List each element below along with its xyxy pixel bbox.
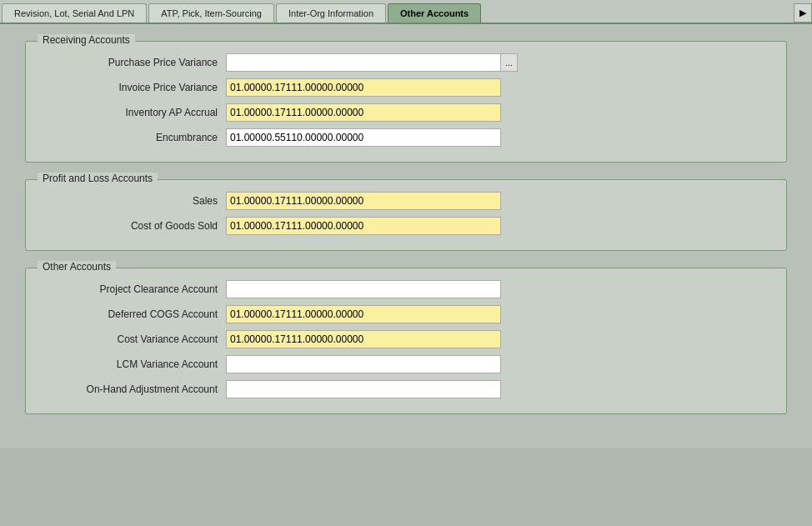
tab-bar: Revision, Lot, Serial And LPNATP, Pick, … — [0, 0, 812, 24]
field-wrap — [226, 355, 501, 373]
form-row: On-Hand Adjustment Account — [43, 380, 769, 398]
field-wrap — [226, 128, 501, 147]
field-label: Project Clearance Account — [43, 283, 226, 295]
form-row: Deferred COGS Account — [43, 305, 769, 323]
tab-atp-pick-item-sourcing[interactable]: ATP, Pick, Item-Sourcing — [148, 3, 274, 23]
field-label: Sales — [43, 195, 226, 207]
section-other-accounts: Other AccountsProject Clearance AccountD… — [25, 268, 787, 414]
field-label: Encumbrance — [43, 132, 226, 143]
tab-revision-lot-serial-and-lpn[interactable]: Revision, Lot, Serial And LPN — [2, 3, 147, 23]
main-content: Receiving AccountsPurchase Price Varianc… — [0, 24, 812, 448]
form-row: Purchase Price Variance... — [43, 53, 769, 72]
field-input-inventory-ap-accrual[interactable] — [226, 103, 501, 122]
form-row: Inventory AP Accrual — [43, 103, 769, 122]
field-input-on-hand-adjustment-account[interactable] — [226, 380, 501, 398]
field-label: Purchase Price Variance — [43, 57, 226, 68]
field-input-project-clearance-account[interactable] — [226, 280, 501, 298]
form-row: Encumbrance — [43, 128, 769, 147]
field-input-cost-of-goods-sold[interactable] — [226, 217, 501, 235]
field-wrap — [226, 280, 501, 298]
field-input-deferred-cogs-account[interactable] — [226, 305, 501, 323]
section-title: Profit and Loss Accounts — [38, 173, 158, 184]
browse-button[interactable]: ... — [501, 53, 518, 72]
tab-other-accounts[interactable]: Other Accounts — [388, 3, 481, 23]
form-row: Sales — [43, 192, 769, 210]
field-wrap: ... — [226, 53, 518, 72]
form-row: LCM Variance Account — [43, 355, 769, 373]
field-label: LCM Variance Account — [43, 358, 226, 370]
field-label: Cost of Goods Sold — [43, 220, 226, 232]
field-wrap — [226, 217, 501, 235]
field-wrap — [226, 103, 501, 122]
form-row: Cost of Goods Sold — [43, 217, 769, 235]
field-wrap — [226, 305, 501, 323]
field-input-lcm-variance-account[interactable] — [226, 355, 501, 373]
field-input-sales[interactable] — [226, 192, 501, 210]
field-label: Invoice Price Variance — [43, 82, 226, 93]
field-input-encumbrance[interactable] — [226, 128, 501, 147]
form-row: Cost Variance Account — [43, 330, 769, 348]
field-label: Inventory AP Accrual — [43, 107, 226, 118]
tab-inter-org-information[interactable]: Inter-Org Information — [276, 3, 386, 23]
field-input-cost-variance-account[interactable] — [226, 330, 501, 348]
tab-scroll-button[interactable]: ▶ — [794, 3, 812, 23]
field-wrap — [226, 78, 501, 97]
field-wrap — [226, 192, 501, 210]
field-label: On-Hand Adjustment Account — [43, 383, 226, 395]
field-input-invoice-price-variance[interactable] — [226, 78, 501, 97]
section-title: Receiving Accounts — [38, 34, 135, 46]
form-row: Project Clearance Account — [43, 280, 769, 298]
field-wrap — [226, 330, 501, 348]
form-row: Invoice Price Variance — [43, 78, 769, 97]
section-profit-and-loss-accounts: Profit and Loss AccountsSalesCost of Goo… — [25, 179, 787, 251]
section-title: Other Accounts — [38, 261, 116, 273]
field-input-purchase-price-variance[interactable] — [226, 53, 501, 72]
field-label: Deferred COGS Account — [43, 308, 226, 320]
field-wrap — [226, 380, 501, 398]
section-receiving-accounts: Receiving AccountsPurchase Price Varianc… — [25, 41, 787, 163]
field-label: Cost Variance Account — [43, 333, 226, 345]
